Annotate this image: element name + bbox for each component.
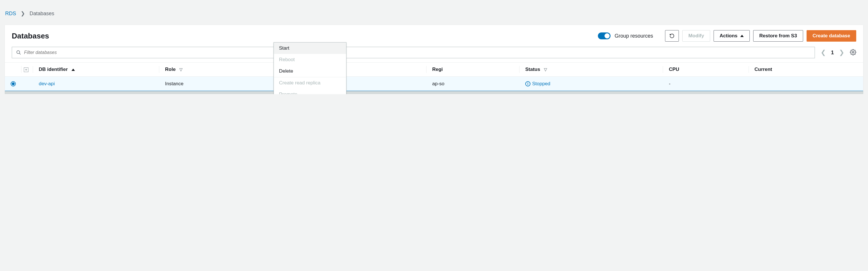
- action-start[interactable]: Start: [274, 42, 346, 54]
- actions-button[interactable]: Actions: [714, 30, 750, 41]
- search-input[interactable]: [24, 50, 811, 55]
- search-icon: [16, 50, 21, 55]
- settings-button[interactable]: [850, 49, 856, 56]
- column-role[interactable]: Role ▽: [159, 63, 277, 77]
- create-database-button[interactable]: Create database: [807, 30, 856, 41]
- actions-dropdown: Start Reboot Delete Create read replica …: [274, 42, 346, 94]
- gear-icon: [850, 49, 856, 55]
- page-next[interactable]: ❯: [839, 49, 844, 56]
- action-delete[interactable]: Delete: [274, 65, 346, 77]
- group-resources-toggle[interactable]: [598, 32, 611, 39]
- table-scroll[interactable]: + DB identifier Role ▽ Engine ▽: [5, 62, 863, 91]
- svg-point-2: [852, 51, 854, 53]
- column-status[interactable]: Status ▽: [520, 63, 663, 77]
- column-label: Role: [165, 67, 176, 72]
- status-text: Stopped: [532, 81, 550, 87]
- sort-asc-icon: [71, 69, 75, 71]
- page-number: 1: [831, 50, 834, 56]
- filter-row: ❮ 1 ❯: [5, 45, 863, 62]
- cell-role: Instance: [159, 77, 277, 91]
- pager: ❮ 1 ❯: [820, 49, 844, 56]
- column-cpu[interactable]: CPU: [663, 63, 749, 77]
- breadcrumb-root[interactable]: RDS: [5, 11, 16, 17]
- sort-icon: ▽: [179, 67, 183, 72]
- column-current[interactable]: Current: [749, 63, 863, 77]
- action-create-read-replica: Create read replica: [274, 77, 346, 89]
- chevron-right-icon: ❯: [21, 10, 25, 17]
- column-expand: +: [22, 63, 33, 77]
- panel-header: Databases Group resources Modify Actions…: [5, 25, 863, 45]
- breadcrumb: RDS ❯ Databases: [5, 10, 863, 17]
- column-label: Regi: [432, 67, 443, 72]
- db-identifier-link[interactable]: dev-api: [39, 81, 55, 86]
- page-title: Databases: [12, 32, 49, 40]
- column-label: CPU: [669, 67, 679, 72]
- group-resources-label: Group resources: [615, 33, 653, 39]
- info-icon: i: [525, 81, 530, 86]
- row-radio[interactable]: [11, 81, 16, 86]
- horizontal-scrollbar[interactable]: [5, 91, 863, 94]
- column-label: Status: [525, 67, 540, 72]
- column-label: Current: [755, 67, 772, 72]
- expand-all-icon[interactable]: +: [24, 67, 28, 72]
- refresh-icon: [670, 33, 675, 38]
- refresh-button[interactable]: [665, 30, 679, 41]
- databases-table: + DB identifier Role ▽ Engine ▽: [5, 62, 863, 91]
- caret-up-icon: [740, 35, 744, 37]
- column-label: DB identifier: [39, 67, 68, 72]
- action-promote: Promote: [274, 89, 346, 94]
- modify-button: Modify: [682, 30, 710, 41]
- svg-point-0: [17, 51, 20, 53]
- search-box[interactable]: [12, 47, 815, 58]
- cell-region: ap-so: [427, 77, 520, 91]
- sort-icon: ▽: [544, 67, 547, 72]
- actions-label: Actions: [720, 33, 737, 39]
- column-select: [5, 63, 22, 77]
- table-row[interactable]: dev-api Instance PostgreSQL ap-so i Stop…: [5, 77, 863, 91]
- action-reboot: Reboot: [274, 54, 346, 65]
- status-badge: i Stopped: [525, 81, 550, 87]
- restore-from-s3-button[interactable]: Restore from S3: [753, 30, 803, 41]
- svg-line-1: [19, 53, 20, 54]
- column-region[interactable]: Regi: [427, 63, 520, 77]
- databases-panel: Databases Group resources Modify Actions…: [5, 25, 863, 94]
- breadcrumb-current: Databases: [30, 11, 54, 17]
- cell-current: [749, 77, 863, 91]
- cell-cpu: -: [663, 77, 749, 91]
- column-db-identifier[interactable]: DB identifier: [33, 63, 159, 77]
- page-prev[interactable]: ❮: [820, 49, 826, 56]
